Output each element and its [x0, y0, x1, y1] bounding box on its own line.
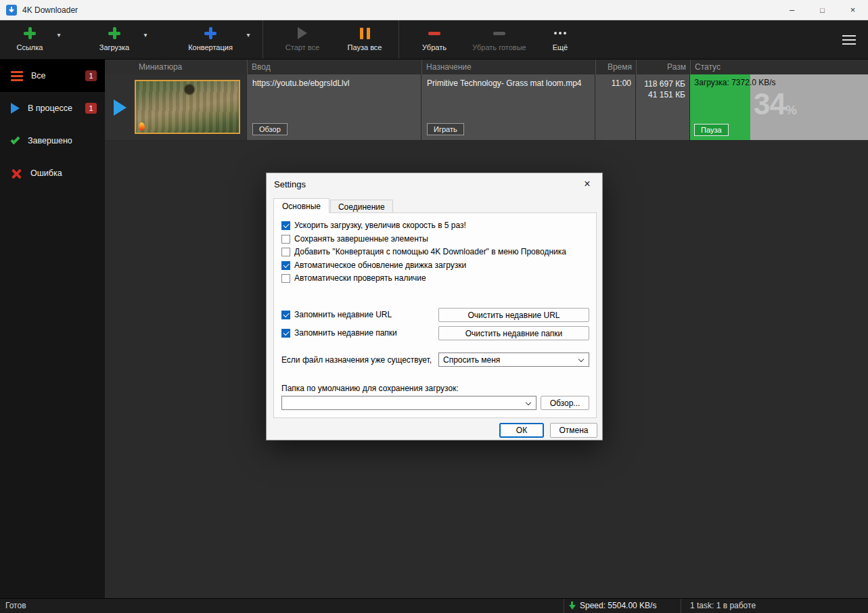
remove-label: Убрать [422, 43, 447, 51]
dialog-close-button[interactable]: × [572, 173, 602, 195]
row-play-icon[interactable] [114, 99, 127, 116]
add-conversion-icon [204, 27, 216, 39]
window-controls: – □ × [777, 0, 868, 20]
statusbar-divider [681, 599, 681, 613]
dialog-titlebar: Settings [267, 173, 602, 195]
sidebar-item-label: Ошибка [30, 168, 62, 178]
settings-panel: Ускорить загрузку, увеличив скорость в 5… [273, 212, 597, 418]
add-download-icon [108, 27, 120, 39]
paste-link-label: Ссылка [17, 43, 43, 51]
toolbar-separator [398, 20, 399, 59]
minimize-button[interactable]: – [777, 0, 807, 20]
file-exists-label: Если файл назначения уже существует, [281, 355, 432, 365]
download-speed-icon [568, 601, 576, 610]
dialog-tabs: Основные Соединение [273, 198, 393, 213]
app-logo-icon [6, 5, 17, 16]
column-header-input[interactable]: Ввод [247, 60, 421, 74]
more-label: Ещё [553, 43, 568, 51]
remove-button[interactable]: Убрать [410, 20, 459, 59]
file-exists-dropdown[interactable]: Спросить меня [438, 353, 589, 367]
menu-button[interactable] [838, 31, 860, 49]
tab-connection[interactable]: Соединение [330, 200, 393, 213]
remove-finished-button[interactable]: Убрать готовые [464, 20, 534, 59]
add-link-icon [24, 27, 36, 39]
destination-cell: Primitive Technology- Grass mat loom.mp4… [421, 74, 595, 141]
close-button[interactable]: × [838, 0, 868, 20]
window-title: 4K Downloader [22, 5, 78, 15]
size-total: 118 697 КБ [644, 78, 685, 89]
count-badge: 1 [85, 103, 97, 114]
checkbox-icon [281, 235, 290, 244]
video-duration: 11:00 [612, 78, 631, 88]
pause-all-icon [360, 28, 370, 39]
column-header-thumbnail[interactable]: Миниатюра [105, 60, 247, 74]
pause-all-button[interactable]: Пауза все [338, 20, 392, 59]
sidebar-item-all[interactable]: Все 1 [0, 60, 105, 92]
ok-button[interactable]: ОК [499, 423, 544, 438]
clear-recent-folders-button[interactable]: Очистить недавние папки [438, 326, 589, 340]
checkbox-auto-update-engine[interactable]: Автоматическое обновление движка загрузк… [281, 260, 466, 270]
download-speed-text: Загрузка: 7372.0 KB/s [694, 78, 776, 87]
browse-row-button[interactable]: Обзор [252, 123, 288, 135]
sidebar-item-error[interactable]: Ошибка [0, 157, 105, 189]
maximize-button[interactable]: □ [807, 0, 838, 20]
column-header-status[interactable]: Статус [690, 60, 868, 74]
play-all-icon [298, 27, 307, 39]
clear-recent-urls-button[interactable]: Очистить недавние URL [438, 308, 589, 322]
add-conversion-button[interactable]: Конвертация [180, 20, 241, 59]
ready-status: Готов [5, 601, 26, 610]
fire-icon [139, 122, 145, 131]
sidebar-item-completed[interactable]: Завершено [0, 124, 105, 157]
source-url: https://youtu.be/ebgrsIdLlvl [252, 78, 349, 88]
column-header-time[interactable]: Время [595, 60, 636, 74]
browse-folder-button[interactable]: Обзор... [541, 396, 589, 410]
check-icon [10, 135, 20, 144]
cancel-button[interactable]: Отмена [550, 423, 597, 438]
pause-row-button[interactable]: Пауза [694, 124, 729, 136]
checkbox-icon [281, 248, 290, 256]
size-downloaded: 41 151 КБ [644, 89, 685, 100]
sidebar: Все 1 В процессе 1 Завершено Ошибка [0, 60, 105, 598]
checkbox-auto-check[interactable]: Автоматически проверять наличие [281, 273, 426, 283]
default-folder-label: Папка по умолчанию для сохранения загруз… [281, 384, 459, 393]
remove-finished-icon [493, 32, 505, 35]
sidebar-item-label: Все [31, 71, 46, 81]
speed-text: Speed: 5504.00 KB/s [580, 601, 656, 610]
add-conversion-label: Конвертация [188, 43, 233, 51]
checkbox-speedup[interactable]: Ускорить загрузку, увеличив скорость в 5… [281, 221, 466, 230]
add-download-button[interactable]: Загрузка [91, 20, 138, 59]
remove-finished-label: Убрать готовые [472, 43, 526, 51]
video-thumbnail[interactable] [135, 80, 240, 134]
list-icon [11, 71, 23, 81]
pause-all-label: Пауза все [348, 43, 382, 51]
checkbox-explorer-menu[interactable]: Добавить "Конвертация с помощью 4K Downl… [281, 247, 566, 256]
paste-link-button[interactable]: Ссылка [8, 20, 51, 59]
checkbox-keep-finished[interactable]: Сохранять завершенные элементы [281, 234, 428, 244]
status-bar: Готов Speed: 5504.00 KB/s 1 task: 1 в ра… [0, 598, 868, 613]
column-header-destination[interactable]: Назначение [421, 60, 595, 74]
in-progress-icon [11, 103, 20, 114]
table-row[interactable]: https://youtu.be/ebgrsIdLlvl Обзор Primi… [105, 74, 868, 141]
input-cell: https://youtu.be/ebgrsIdLlvl Обзор [247, 74, 421, 141]
count-badge: 1 [85, 70, 97, 81]
conversion-caret-icon[interactable]: ▾ [241, 31, 256, 59]
more-button[interactable]: Ещё [540, 20, 580, 59]
play-row-button[interactable]: Играть [427, 123, 464, 135]
checkbox-icon [281, 221, 290, 230]
checkbox-remember-urls[interactable]: Запомнить недавние URL [281, 310, 392, 319]
tab-general[interactable]: Основные [273, 198, 329, 213]
column-header-size[interactable]: Разм [636, 60, 690, 74]
checkbox-remember-folders[interactable]: Запомнить недавние папки [281, 328, 397, 338]
app-window: 4K Downloader – □ × Ссылка ▾ Загрузка ▾ [0, 0, 868, 613]
error-x-icon [11, 168, 22, 179]
statusbar-divider [564, 599, 564, 613]
default-folder-dropdown[interactable] [281, 396, 536, 410]
sidebar-item-in-progress[interactable]: В процессе 1 [0, 92, 105, 124]
start-all-button[interactable]: Старт все [274, 20, 331, 59]
remove-icon [428, 32, 440, 35]
link-caret-icon[interactable]: ▾ [51, 31, 66, 59]
file-exists-value: Спросить меня [443, 355, 500, 365]
tasks-text: 1 task: 1 в работе [690, 601, 756, 610]
dialog-title: Settings [274, 179, 306, 189]
download-caret-icon[interactable]: ▾ [138, 31, 153, 59]
